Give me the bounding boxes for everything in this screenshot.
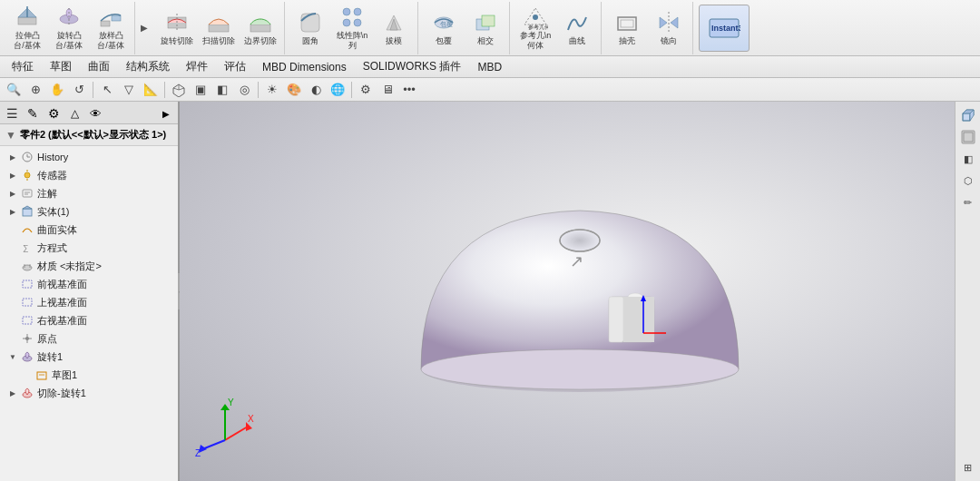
screen-btn[interactable]: 🖥 [377,80,397,100]
border-cut-label: 边界切除 [244,36,277,46]
pull-boss-button[interactable]: 拉伸凸 台/基体 [7,5,47,52]
task-pane-mini-btn[interactable]: ⊞ [958,457,978,477]
right-plane-expander [7,315,18,326]
svg-rect-65 [609,297,623,342]
icon-toolbar: 🔍 ⊕ ✋ ↺ ↖ ▽ 📐 ▣ ◧ ◎ ☀ 🎨 ◐ 🌐 ⚙ 🖥 ••• [0,78,980,102]
chamfer-button[interactable]: 圆角 [290,5,330,52]
tree-item-material[interactable]: 材质 <未指定> [0,257,178,275]
lighting-btn[interactable]: ☀ [262,80,282,100]
front-plane-label: 前视基准面 [37,278,87,291]
mirror-button[interactable]: 镜向 [649,5,689,52]
revolve-boss-button[interactable]: 旋转凸 台/基体 [49,5,89,52]
color-btn[interactable]: 🎨 [284,80,304,100]
expand-toolbar-button[interactable]: ▶ [137,5,152,52]
tab-property-mgr[interactable]: ✎ [23,103,43,123]
mirror-icon [656,10,681,35]
shell-label: 抽壳 [619,36,635,46]
menu-surface[interactable]: 曲面 [80,55,118,78]
revolve-boss-label: 旋转凸 台/基体 [52,31,86,51]
view-settings-btn[interactable]: ⚙ [356,80,376,100]
menu-mbd-dim[interactable]: MBD Dimensions [254,57,355,77]
wrap-button[interactable]: 包覆 包覆 [424,5,464,52]
display-style-mini-btn[interactable] [958,127,978,147]
shell-group: 抽壳 镜向 [603,2,693,54]
shell-button[interactable]: 抽壳 [607,5,647,52]
svg-text:Instant3D: Instant3D [711,24,740,33]
section-view-btn[interactable]: ◧ [212,80,232,100]
appear-btn[interactable]: ◐ [306,80,326,100]
more-btn[interactable]: ••• [399,80,419,100]
hide-show-btn[interactable]: ◎ [234,80,254,100]
tree-item-front-plane[interactable]: 前视基准面 [0,275,178,293]
svg-rect-6 [112,15,121,21]
rotate-cut-label: 旋转切除 [161,36,193,46]
tree-item-origin[interactable]: 原点 [0,329,178,348]
measure-btn[interactable]: 📐 [141,80,161,100]
menu-weld[interactable]: 焊件 [178,55,216,78]
menu-sw-plugin[interactable]: SOLIDWORKS 插件 [355,55,470,78]
tab-dim-expert[interactable]: △ [64,103,84,123]
tab-config-mgr[interactable]: ⚙ [44,103,64,123]
tab-feature-mgr[interactable]: ☰ [2,103,22,123]
pattern-button[interactable]: 线性阵\n列 [332,5,372,52]
menu-struct[interactable]: 结构系统 [118,55,178,78]
top-plane-icon [20,295,34,309]
tree-item-sketch1[interactable]: 草图1 [0,366,178,384]
select-btn[interactable]: ↖ [97,80,117,100]
right-plane-label: 右视基准面 [37,314,87,328]
scan-cut-label: 扫描切除 [202,36,235,46]
curve-button[interactable]: 曲线 [557,5,597,52]
scan-cut-button[interactable]: 扫描切除 [199,5,239,52]
search-btn[interactable]: 🔍 [4,80,24,100]
section-view-mini-btn[interactable]: ◧ [958,149,978,169]
svg-rect-10 [250,25,270,32]
view-orient-btn[interactable] [169,80,189,100]
viewport[interactable]: X Y Z ↗ [180,102,980,481]
origin-expander [7,333,18,344]
svg-point-15 [354,19,361,26]
svg-point-37 [24,172,30,178]
coordinate-axes: X Y Z [193,395,257,458]
view-palette-mini-btn[interactable]: ⬡ [958,171,978,191]
tree-item-equations[interactable]: ∑ 方程式 [0,239,178,257]
instant3d-button[interactable]: Instant3D [699,5,750,52]
tab-display-mgr[interactable]: 👁 [85,103,105,123]
svg-text:∑: ∑ [23,243,28,252]
tab-expand[interactable]: ▶ [156,103,176,123]
cut-revolve1-icon [20,386,34,400]
shell-row: 抽壳 镜向 [607,5,689,52]
draft-button[interactable]: 拔模 [374,5,414,52]
tree-item-history[interactable]: ▶ History [0,148,178,166]
reference-group: 参考几何体 参考几\n何体 曲线 [512,2,602,54]
tree-item-right-plane[interactable]: 右视基准面 [0,311,178,329]
3d-draw-mini-btn[interactable]: ✏ [958,192,978,212]
rotate-cut-button[interactable]: 旋转切除 [157,5,197,52]
svg-point-23 [533,15,538,20]
tree-item-top-plane[interactable]: 上视基准面 [0,293,178,311]
zoom-btn[interactable]: ⊕ [25,80,45,100]
svg-rect-0 [18,17,36,25]
filter-btn[interactable]: ▽ [119,80,139,100]
tree-item-annotations[interactable]: ▶ 注解 [0,184,178,202]
ref-geometry-button[interactable]: 参考几何体 参考几\n何体 [515,5,555,52]
pan-btn[interactable]: ✋ [47,80,67,100]
display-style-btn[interactable]: ▣ [191,80,211,100]
svg-point-12 [343,8,350,15]
menu-eval[interactable]: 评估 [216,55,254,78]
tree-item-revolve1[interactable]: ▼ 旋转1 [0,348,178,366]
menu-feature[interactable]: 特征 [4,55,42,78]
scene-btn[interactable]: 🌐 [328,80,348,100]
intersection-button[interactable]: 相交 [466,5,505,52]
cube-mini-icon [961,108,975,123]
view-orient-mini-btn[interactable] [958,105,978,125]
svg-rect-40 [23,190,32,197]
tree-item-cut-revolve1[interactable]: ▶ 切除-旋转1 [0,384,178,402]
menu-sketch[interactable]: 草图 [42,55,80,78]
border-cut-button[interactable]: 边界切除 [240,5,280,52]
tree-item-curved[interactable]: 曲面实体 [0,221,178,239]
tree-item-sensors[interactable]: ▶ 传感器 [0,166,178,184]
tree-item-solid[interactable]: ▶ 实体(1) [0,202,178,221]
sample-boss-button[interactable]: 放样凸台/基体 [91,5,131,52]
rotate-btn[interactable]: ↺ [69,80,89,100]
menu-mbd[interactable]: MBD [469,57,510,77]
